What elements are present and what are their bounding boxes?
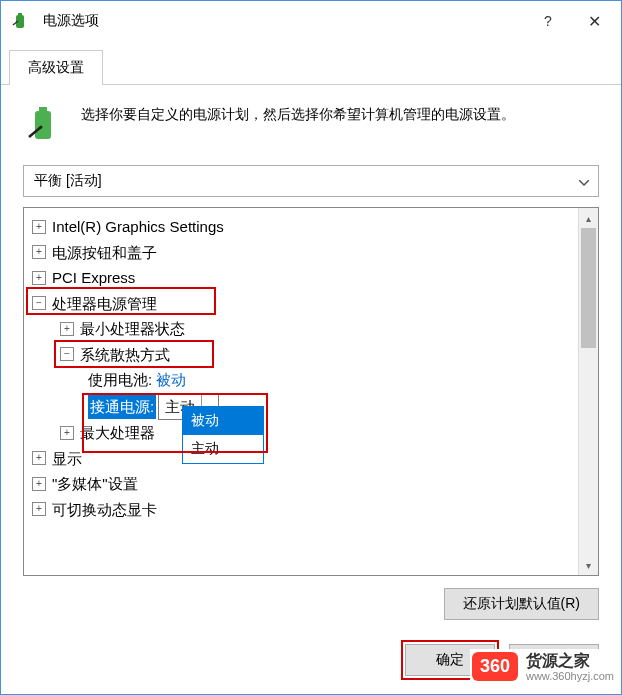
- tree-item-power-buttons[interactable]: + 电源按钮和盖子: [28, 240, 574, 266]
- tree-item-display[interactable]: + 显示: [28, 446, 574, 472]
- expand-icon[interactable]: +: [32, 271, 46, 285]
- expand-icon[interactable]: +: [60, 426, 74, 440]
- vertical-scrollbar[interactable]: ▴ ▾: [578, 208, 598, 575]
- window-title: 电源选项: [43, 12, 525, 30]
- expand-icon[interactable]: +: [60, 322, 74, 336]
- selected-property-label: 接通电源:: [88, 394, 156, 420]
- expand-icon[interactable]: +: [32, 220, 46, 234]
- tree-item-switchable-graphics[interactable]: + 可切换动态显卡: [28, 497, 574, 523]
- dropdown-option[interactable]: 主动: [183, 435, 263, 463]
- expand-icon[interactable]: +: [32, 451, 46, 465]
- chevron-down-icon: [574, 173, 594, 189]
- expand-icon[interactable]: +: [32, 477, 46, 491]
- restore-row: 还原计划默认值(R): [23, 588, 599, 620]
- power-icon: [11, 11, 31, 31]
- close-button[interactable]: ✕: [571, 5, 617, 37]
- help-button[interactable]: ?: [525, 5, 571, 37]
- restore-defaults-button[interactable]: 还原计划默认值(R): [444, 588, 599, 620]
- tree-item-multimedia[interactable]: + "多媒体"设置: [28, 471, 574, 497]
- svg-rect-3: [39, 107, 47, 112]
- svg-rect-2: [35, 111, 51, 139]
- scroll-up-arrow[interactable]: ▴: [579, 208, 598, 228]
- tree-item-max-cpu-state[interactable]: + 最大处理器: [28, 420, 574, 446]
- tree-item-cpu-power[interactable]: − 处理器电源管理: [28, 291, 574, 317]
- cooling-dropdown-list[interactable]: 被动 主动: [182, 406, 264, 464]
- tree-item-min-cpu-state[interactable]: + 最小处理器状态: [28, 316, 574, 342]
- watermark: 360 货源之家 www.360hyzj.com: [470, 649, 616, 685]
- plan-combo[interactable]: 平衡 [活动]: [23, 165, 599, 197]
- watermark-badge: 360: [472, 652, 518, 681]
- tree-prop-on-battery[interactable]: 使用电池: 被动: [28, 367, 574, 393]
- watermark-url: www.360hyzj.com: [526, 670, 614, 683]
- settings-tree[interactable]: + Intel(R) Graphics Settings + 电源按钮和盖子 +…: [24, 208, 578, 575]
- watermark-title: 货源之家: [526, 651, 614, 670]
- scroll-thumb[interactable]: [581, 228, 596, 348]
- tree-item-intel-graphics[interactable]: + Intel(R) Graphics Settings: [28, 214, 574, 240]
- intro-text: 选择你要自定义的电源计划，然后选择你希望计算机管理的电源设置。: [81, 103, 515, 145]
- tab-content: 选择你要自定义的电源计划，然后选择你希望计算机管理的电源设置。 平衡 [活动] …: [1, 85, 621, 632]
- settings-tree-container: + Intel(R) Graphics Settings + 电源按钮和盖子 +…: [23, 207, 599, 576]
- intro-row: 选择你要自定义的电源计划，然后选择你希望计算机管理的电源设置。: [23, 103, 599, 145]
- tree-prop-plugged-in[interactable]: 接通电源: 主动: [28, 393, 574, 421]
- tab-advanced[interactable]: 高级设置: [9, 50, 103, 85]
- expand-icon[interactable]: +: [32, 245, 46, 259]
- tree-item-cooling-policy[interactable]: − 系统散热方式: [28, 342, 574, 368]
- tree-item-pci-express[interactable]: + PCI Express: [28, 265, 574, 291]
- plan-combo-value: 平衡 [活动]: [34, 172, 102, 190]
- expand-icon[interactable]: +: [32, 502, 46, 516]
- svg-point-4: [40, 126, 43, 129]
- scroll-down-arrow[interactable]: ▾: [579, 555, 598, 575]
- collapse-icon[interactable]: −: [60, 347, 74, 361]
- titlebar: 电源选项 ? ✕: [1, 1, 621, 41]
- svg-rect-1: [18, 13, 22, 16]
- battery-icon: [23, 103, 65, 145]
- dropdown-option[interactable]: 被动: [183, 407, 263, 435]
- tabstrip: 高级设置: [1, 41, 621, 85]
- dialog-window: 电源选项 ? ✕ 高级设置 选择你要自定义的电源计划，然后选择你希望计算机管理的…: [0, 0, 622, 695]
- collapse-icon[interactable]: −: [32, 296, 46, 310]
